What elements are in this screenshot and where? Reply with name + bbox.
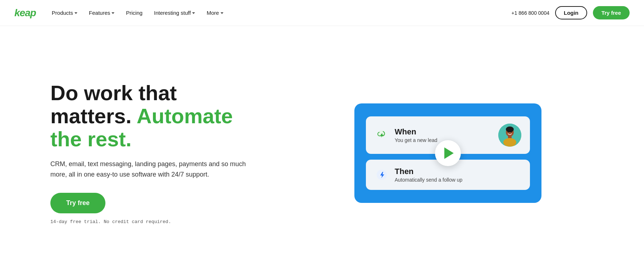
- hero-section: Do work that matters. Automate the rest.…: [0, 26, 644, 280]
- chevron-down-icon: [74, 12, 77, 14]
- hero-left: Do work that matters. Automate the rest.…: [50, 81, 252, 225]
- hero-heading-line2: matters.: [50, 104, 132, 128]
- then-text: Then Automatically send a follow up: [395, 167, 521, 183]
- logo[interactable]: keap: [14, 7, 36, 19]
- cloud-lightning-icon: [375, 128, 389, 142]
- svg-point-6: [503, 138, 516, 147]
- try-free-button-hero[interactable]: Try free: [50, 193, 105, 213]
- nav-right: +1 866 800 0004 Login Try free: [511, 6, 630, 19]
- automation-card: When You get a new lead: [354, 103, 541, 203]
- trial-note: 14-day free trial. No credit card requir…: [50, 219, 252, 225]
- play-button[interactable]: [435, 140, 461, 166]
- chevron-down-icon: [192, 12, 195, 14]
- nav-pricing-label: Pricing: [126, 10, 142, 16]
- svg-point-4: [506, 126, 514, 132]
- nav-features-label: Features: [89, 10, 110, 16]
- nav-more-label: More: [207, 10, 219, 16]
- avatar: [498, 124, 521, 147]
- hero-heading-automate: Automate: [137, 104, 233, 128]
- login-button[interactable]: Login: [555, 6, 587, 19]
- nav-pricing[interactable]: Pricing: [122, 7, 147, 19]
- hero-heading: Do work that matters. Automate the rest.: [50, 81, 252, 150]
- phone-number: +1 866 800 0004: [511, 10, 549, 16]
- svg-point-8: [511, 131, 512, 132]
- try-free-button-nav[interactable]: Try free: [593, 6, 630, 19]
- chevron-down-icon: [221, 12, 223, 14]
- nav-interesting-stuff[interactable]: Interesting stuff: [150, 7, 199, 19]
- nav-products[interactable]: Products: [47, 7, 82, 19]
- then-label: Then: [395, 167, 521, 176]
- nav-more[interactable]: More: [202, 7, 227, 19]
- nav-features[interactable]: Features: [85, 7, 119, 19]
- nav-products-label: Products: [52, 10, 73, 16]
- nav-links: Products Features Pricing Interesting st…: [47, 7, 512, 19]
- chevron-down-icon: [112, 12, 114, 14]
- when-label: When: [395, 127, 493, 137]
- navbar: keap Products Features Pricing Interesti…: [0, 0, 644, 26]
- hero-heading-line1: Do work that: [50, 81, 177, 105]
- bolt-icon: [375, 168, 389, 182]
- hero-heading-rest: the rest.: [50, 127, 132, 151]
- hero-description: CRM, email, text messaging, landing page…: [50, 159, 252, 180]
- svg-point-7: [508, 131, 509, 132]
- play-icon: [444, 147, 454, 159]
- then-sub: Automatically send a follow up: [395, 177, 521, 183]
- hero-right: When You get a new lead: [281, 103, 615, 203]
- nav-interesting-stuff-label: Interesting stuff: [154, 10, 191, 16]
